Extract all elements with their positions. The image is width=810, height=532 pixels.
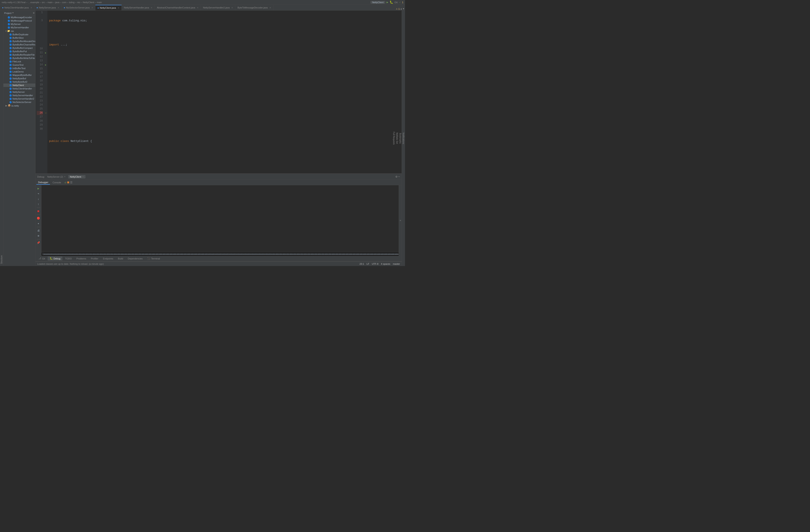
tree-item-MyServer[interactable]: 🔵 MyServer <box>3 22 35 26</box>
debug-list-icon[interactable]: ☰ <box>70 181 72 184</box>
close-tab-ByteToMessageDecoder[interactable]: ✕ <box>269 6 271 9</box>
bottom-tab-git[interactable]: ⎇ Git <box>36 256 47 261</box>
tree-item-LeakDemo[interactable]: 🔵 LeakDemo <box>3 70 35 73</box>
bottom-tab-build[interactable]: Build <box>116 257 125 261</box>
tree-item-ByteBufferReaderFile[interactable]: 🔵 ByteBufferReaderFile <box>3 53 35 56</box>
tree-item-MyServerHandler[interactable]: 🔵 MyServerHandler <box>3 26 35 29</box>
debug-right-toggle[interactable]: ≡ <box>399 185 402 256</box>
tree-item-NettyByteBuf2[interactable]: 🔵 NettyByteBuf2 <box>3 80 35 84</box>
notifications-label[interactable]: Notifications <box>402 131 405 146</box>
close-debug-NettyClient[interactable]: ✕ <box>82 176 84 178</box>
tree-item-NettyClient[interactable]: 🔵 NettyClient <box>3 84 35 87</box>
console-tab[interactable]: Console <box>51 181 63 184</box>
tree-item-ByteBufferAllocateDirect[interactable]: 🔵 ByteBufferAllocateDirect <box>3 39 35 43</box>
step-over-btn[interactable]: ↷ <box>36 192 41 196</box>
tree-item-FileLock[interactable]: 🔵 FileLock <box>3 60 35 63</box>
indent-indicator[interactable]: 4 spaces <box>381 263 390 265</box>
structure-label[interactable]: Structure <box>0 11 3 266</box>
debug-run-button[interactable]: 🐛 <box>390 0 393 4</box>
bookmarks-label[interactable]: Bookmarks <box>399 131 402 145</box>
code-content[interactable]: package com.tuling.nio; import ...; publ… <box>47 11 402 173</box>
mybatis-label[interactable]: MyBatis Set <box>395 131 399 146</box>
git-branch[interactable]: master <box>393 263 400 265</box>
tree-item-ByteBufferChannelRead[interactable]: 🔵 ByteBufferChannelRead <box>3 43 35 46</box>
close-tab-NettyServerHandler[interactable]: ✕ <box>151 6 152 9</box>
encoding-indicator[interactable]: UTF-8 <box>372 263 378 265</box>
debug-restart-icon[interactable]: ↺ <box>65 181 66 184</box>
close-tab-NettyServer[interactable]: ✕ <box>58 6 59 9</box>
tree-item-IntBufferTest[interactable]: 🔵 IntBufferTest <box>3 67 35 70</box>
close-tab-NioSelectorServer[interactable]: ✕ <box>92 6 93 9</box>
ide-window: netty-netty-4.1.38.Final – …example – sr… <box>0 0 405 266</box>
tree-item-NettyServerHandler[interactable]: 🔵 NettyServerHandler <box>3 94 35 97</box>
tree-folder-nio[interactable]: ▾ 📁 nio <box>3 29 35 33</box>
settings-debug-btn[interactable]: ⚙ <box>36 233 41 238</box>
project-label[interactable]: Project <box>4 12 12 14</box>
code-line-5 <box>49 67 400 71</box>
pin-btn[interactable]: 📌 <box>36 240 41 245</box>
tree-item-MyMessageProtocol[interactable]: 🔵 MyMessageProtocol <box>3 19 35 22</box>
tree-item-BufferDuplicate[interactable]: 🔵 BufferDuplicate <box>3 33 35 36</box>
tree-item-NettyServer[interactable]: 🔵 NettyServer <box>3 90 35 94</box>
close-tab-NettyClient[interactable]: ✕ <box>118 7 119 9</box>
debugger-tab[interactable]: Debugger <box>36 180 50 185</box>
lf-indicator[interactable]: LF <box>367 263 369 265</box>
code-editor[interactable]: 1 3 10 11 12 13 14 15 16 17 <box>35 11 402 173</box>
bottom-tab-terminal[interactable]: ⬛ Terminal <box>145 256 162 261</box>
close-debug-NettyServer[interactable]: ✕ <box>64 176 66 178</box>
debug-panel-settings-icon[interactable]: ⚙ <box>395 175 397 179</box>
bottom-tab-problems[interactable]: Problems <box>74 257 88 261</box>
close-tab-NettyClientHandler[interactable]: ✕ <box>31 6 32 9</box>
debug-label: Debug: <box>37 176 45 178</box>
tree-item-MappedByteBuffer[interactable]: 🔵 MappedByteBuffer <box>3 73 35 77</box>
tree-item-NettyClientHandler[interactable]: 🔵 NettyClientHandler <box>3 87 35 90</box>
bottom-tab-profiler[interactable]: Profiler <box>89 257 100 261</box>
bottom-tab-endpoints[interactable]: Endpoints <box>101 257 115 261</box>
tree-settings-icon[interactable]: ⚙ <box>33 12 34 15</box>
tree-item-ByteBufferCompact[interactable]: 🔵 ByteBufferCompact <box>3 46 35 50</box>
full-requests-label[interactable]: Full Requests <box>392 130 395 146</box>
tab-NettyClientHandler[interactable]: ● NettyClientHandler.java ✕ <box>0 5 34 10</box>
tab-NettyServer[interactable]: ● NettyServer.java ✕ <box>34 5 62 10</box>
tree-item-ByteBufferPut[interactable]: 🔵 ByteBufferPut <box>3 50 35 53</box>
debug-session-tab-NettyClient[interactable]: NettyClient ✕ <box>68 175 85 179</box>
breakpoints-btn[interactable]: 🔴 <box>36 216 41 220</box>
mute-breakpoints-btn[interactable]: ✦ <box>36 221 41 226</box>
tree-folder-ionetty[interactable]: ▶ 📦 io.netty <box>3 104 35 107</box>
debug-tab-icon: 🐛 <box>50 257 53 260</box>
tree-item-GuessTest[interactable]: 🔵 GuessTest <box>3 63 35 67</box>
bottom-tab-todo[interactable]: TODO <box>63 257 74 261</box>
tab-NettyServerHandler[interactable]: NettyServerHandler.java ✕ <box>122 5 155 10</box>
step-out-btn[interactable]: ↑ <box>36 202 41 206</box>
bottom-tab-dependencies[interactable]: Dependencies <box>126 257 145 261</box>
tab-NettyClient[interactable]: ● NettyClient.java ✕ <box>95 5 122 10</box>
tab-NettyServerHandler2[interactable]: NettyServerHandler2.java ✕ <box>201 5 235 10</box>
tree-item-BufferSlice[interactable]: 🔵 BufferSlice <box>3 36 35 39</box>
tab-NioSelectorServer[interactable]: ● NioSelectorServer.java ✕ <box>62 5 95 10</box>
run-button[interactable]: ▶ <box>387 0 388 4</box>
debug-session-tab-NettyServer[interactable]: NettyServer (2) ✕ <box>46 175 67 179</box>
cursor-position[interactable]: 23:1 <box>359 263 364 265</box>
debug-console-area[interactable]: laaaaaaaaaaaaaaaaaaaaaaaaaaaaaaaaaaaaaaa… <box>42 185 399 256</box>
bottom-tab-debug[interactable]: 🐛 Debug <box>48 256 62 261</box>
code-line-8 <box>49 103 400 107</box>
toolbar-run-config[interactable]: NettyClient <box>371 1 385 4</box>
resume-btn[interactable]: ▶ <box>36 186 41 191</box>
debug-stop-icon[interactable]: ⏹ <box>67 181 70 184</box>
expand-editor-btn[interactable]: ▼ <box>403 7 404 10</box>
tree-item-MyMessageEncoder[interactable]: 🔵 MyMessageEncoder <box>3 16 35 19</box>
tree-item-NioSelectorServer[interactable]: 🔵 NioSelectorServer <box>3 100 35 104</box>
close-tab-NettyServerHandler2[interactable]: ✕ <box>231 6 233 9</box>
tree-item-NettyByteBuf[interactable]: 🔵 NettyByteBuf <box>3 77 35 80</box>
tree-item-NettyServerHandler2[interactable]: 🔵 NettyServerHandler2 <box>3 97 35 100</box>
close-tab-AbstractChannelHandlerContext[interactable]: ✕ <box>197 6 198 9</box>
get-thread-dump-btn[interactable]: 🖨 <box>36 228 41 233</box>
terminal-icon: ⬛ <box>147 257 150 260</box>
collapse-editor-btn[interactable]: ▲ <box>401 7 402 10</box>
tab-AbstractChannelHandlerContext[interactable]: AbstractChannelHandlerContext.java ✕ <box>155 5 201 10</box>
step-into-btn[interactable]: ↓ <box>36 197 41 201</box>
tab-ByteToMessageDecoder[interactable]: ByteToMessageDecoder.java ✕ <box>235 5 273 10</box>
debug-panel-minimize-icon[interactable]: — <box>398 175 400 179</box>
tree-item-ByteBufferWriteToFile[interactable]: 🔵 ByteBufferWriteToFile <box>3 56 35 60</box>
stop-debug-btn[interactable]: ⏹ <box>36 209 41 214</box>
